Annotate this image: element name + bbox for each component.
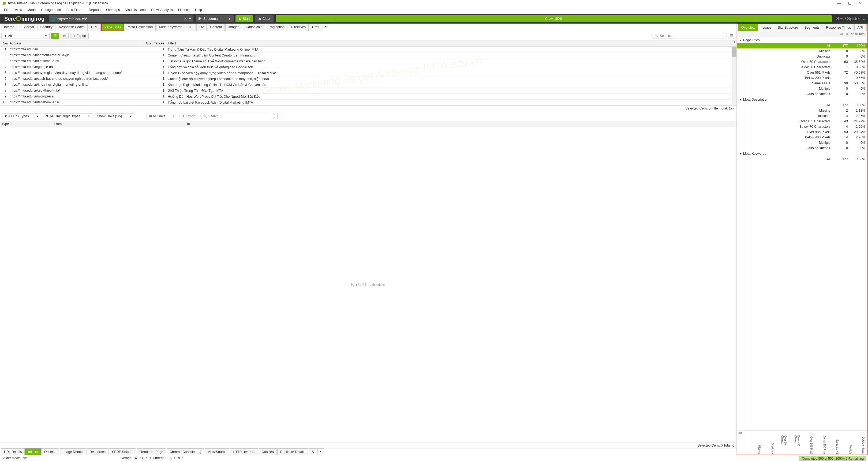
tab-internal[interactable]: Internal — [1, 24, 18, 31]
ov-row[interactable]: Outside <head>00% — [737, 91, 867, 97]
tab-hrefl[interactable]: Hrefl — [309, 24, 322, 31]
menu-licence[interactable]: Licence — [176, 7, 192, 13]
rtab-response-times[interactable]: Response Times — [823, 24, 854, 31]
ov-row[interactable]: Over 155 Characters4324.29% — [737, 119, 867, 124]
ov-row[interactable]: Missing00% — [737, 48, 867, 54]
menu-reports[interactable]: Reports — [87, 7, 103, 13]
btab-serp-snippet[interactable]: SERP Snippet — [109, 449, 136, 455]
detail-search-options[interactable]: ☰ — [277, 113, 284, 119]
search-box[interactable]: 🔍 — [652, 33, 726, 39]
ov-section-meta-description[interactable]: ▼Meta Description — [737, 97, 867, 102]
menu-view[interactable]: View — [12, 7, 24, 13]
menu-help[interactable]: Help — [193, 7, 205, 13]
left-tabs-more[interactable]: ▼ — [322, 24, 329, 31]
tree-view-button[interactable]: ⊞ — [61, 33, 69, 39]
tab-h1[interactable]: H1 — [186, 24, 196, 31]
btab-duplicate-details[interactable]: Duplicate Details — [277, 449, 308, 455]
rtab-api[interactable]: API — [854, 24, 866, 31]
export-button[interactable]: ⬆ Export — [70, 33, 89, 39]
rtab-spelling-&-g[interactable]: Spelling & G — [866, 24, 867, 31]
btab-http-headers[interactable]: HTTP Headers — [230, 449, 258, 455]
rtab-site-structure[interactable]: Site Structure — [775, 24, 801, 31]
tab-url[interactable]: URL — [88, 24, 101, 31]
menu-crawl-analysis[interactable]: Crawl Analysis — [149, 7, 175, 13]
crawl-mode-dropdown[interactable]: 🕷 Subdomain ▼ — [195, 15, 234, 22]
tab-page-titles[interactable]: Page Titles — [101, 24, 124, 31]
btab-rendered-page[interactable]: Rendered Page — [137, 449, 166, 455]
ov-section-meta-keywords[interactable]: ▼Meta Keywords — [737, 151, 867, 157]
detail-search-box[interactable]: 🔍 — [200, 113, 275, 119]
clear-url-icon[interactable]: ✕ — [184, 17, 187, 21]
close-button[interactable]: ✕ — [855, 1, 866, 5]
menu-visualisations[interactable]: Visualisations — [123, 7, 148, 13]
tab-content[interactable]: Content — [207, 24, 225, 31]
ov-row[interactable]: Missing21.13% — [737, 108, 867, 113]
all-links-dropdown[interactable]: ⊞ All Links ▼ — [147, 113, 177, 119]
btab-inlinks[interactable]: Inlinks — [25, 449, 40, 455]
table-row[interactable]: 8https://imta.edu.vn/gioi-thieu-imta/1Gi… — [0, 88, 737, 94]
ov-row[interactable]: Multiple00% — [737, 140, 867, 145]
btab-cookies[interactable]: Cookies — [259, 449, 277, 455]
menu-mode[interactable]: Mode — [25, 7, 38, 13]
rtab-issues[interactable]: Issues — [759, 24, 774, 31]
col-type[interactable]: Type — [0, 121, 52, 127]
tab-meta-keywords[interactable]: Meta Keywords — [156, 24, 185, 31]
ov-row[interactable]: Over 561 Pixels7240.68% — [737, 70, 867, 75]
col-row[interactable]: Row — [0, 40, 8, 46]
btab-s[interactable]: S — [309, 449, 317, 455]
table-row[interactable]: 3https://imta.edu.vn/flatsome-la-gi/1Fla… — [0, 58, 737, 64]
tab-h2[interactable]: H2 — [196, 24, 207, 31]
menu-sitemaps[interactable]: Sitemaps — [103, 7, 122, 13]
add-column-button[interactable]: + — [732, 40, 737, 46]
search-options-button[interactable]: ☰ — [728, 33, 735, 39]
gear-icon[interactable]: ⚙ — [862, 17, 866, 21]
tab-directives[interactable]: Directives — [288, 24, 309, 31]
scrollbar-vertical[interactable] — [732, 46, 737, 105]
maximize-button[interactable]: ☐ — [844, 1, 855, 5]
btab-outlinks[interactable]: Outlinks — [41, 449, 59, 455]
ov-row[interactable]: Multiple00% — [737, 86, 867, 91]
ov-row[interactable]: Over 985 Pixels5329.94% — [737, 129, 867, 135]
url-text[interactable]: https://imta.edu.vn/ — [57, 17, 182, 21]
ov-row[interactable]: Below 400 Pixels42.26% — [737, 135, 867, 140]
btab-url-details[interactable]: URL Details — [1, 449, 25, 455]
ov-row[interactable]: Below 30 Characters10.56% — [737, 65, 867, 70]
scrollbar-thumb[interactable] — [732, 46, 737, 57]
url-input-box[interactable]: 🌐 https://imta.edu.vn/ ✕ ▼ — [49, 15, 193, 22]
ov-row[interactable]: Below 200 Pixels10.56% — [737, 75, 867, 80]
ov-row[interactable]: All177100% — [737, 43, 867, 48]
show-links-dropdown[interactable]: Show Links (5/5) ▼ — [95, 113, 134, 119]
table-row[interactable]: 7https://imta.edu.vn/khoa-hoc-digital-ma… — [0, 82, 737, 88]
menu-file[interactable]: File — [2, 7, 12, 13]
table-row[interactable]: 6https://imta.edu.vn/cach-bat-che-do-chu… — [0, 76, 737, 82]
ov-row[interactable]: Over 60 Characters6335.59% — [737, 59, 867, 65]
minimize-button[interactable]: — — [834, 1, 844, 5]
tab-security[interactable]: Security — [37, 24, 56, 31]
col-from[interactable]: From — [52, 121, 185, 127]
rtab-segments[interactable]: Segments — [802, 24, 823, 31]
tab-canonicals[interactable]: Canonicals — [243, 24, 265, 31]
bottom-tabs-more[interactable]: ▼ — [317, 449, 324, 455]
table-row[interactable]: 4https://imta.edu.vn/google-ads/1Tổng hợ… — [0, 64, 737, 70]
start-button[interactable]: ▶Start — [236, 15, 253, 22]
btab-view-source[interactable]: View Source — [205, 449, 229, 455]
table-row[interactable]: 5https://imta.edu.vn/tuyen-giao-vien-day… — [0, 70, 737, 76]
ov-section-page-titles[interactable]: ▼Page Titles — [737, 37, 867, 43]
filter-dropdown[interactable]: ▼ All▼ — [1, 33, 50, 39]
clear-button[interactable]: ✖Clear — [255, 15, 274, 22]
tab-external[interactable]: External — [19, 24, 37, 31]
link-types-dropdown[interactable]: ▼ All Link Types ▼ — [2, 113, 41, 119]
ov-row[interactable]: Same as H19050.85% — [737, 80, 867, 86]
table-row[interactable]: 9https://imta.edu.vn/wordpress/1Hướng Dẫ… — [0, 94, 737, 100]
search-input[interactable] — [660, 34, 723, 38]
btab-image-details[interactable]: Image Details — [60, 449, 86, 455]
menu-bulk-export[interactable]: Bulk Export — [64, 7, 86, 13]
ov-row[interactable]: All177100% — [737, 102, 867, 108]
link-origin-dropdown[interactable]: ▼ All Link Origin Types ▼ — [43, 113, 92, 119]
table-row[interactable]: 2https://imta.edu.vn/content-creator-la-… — [0, 53, 737, 58]
ov-row[interactable]: Duplicate00% — [737, 54, 867, 59]
col-to[interactable]: To — [185, 121, 737, 127]
overview-body[interactable]: ▼Page TitlesAll177100%Missing00%Duplicat… — [737, 37, 867, 430]
col-title1[interactable]: Title 1 — [166, 40, 732, 46]
list-view-button[interactable]: ☰ — [51, 33, 59, 39]
